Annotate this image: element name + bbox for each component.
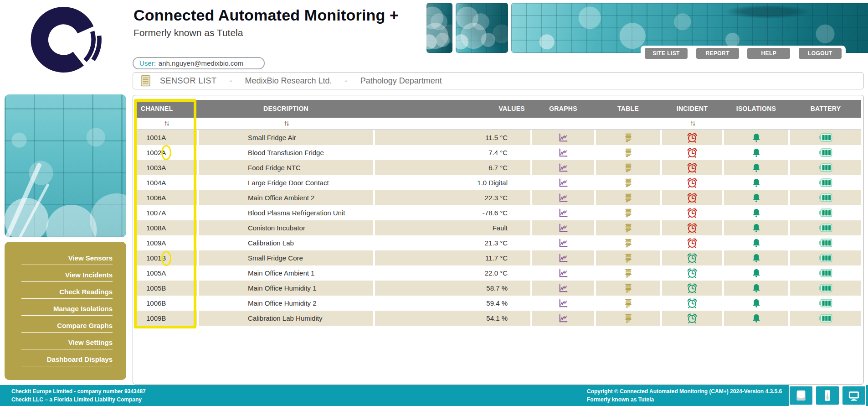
alarm-clock-icon[interactable] xyxy=(687,147,698,158)
line-chart-icon[interactable] xyxy=(558,283,568,293)
line-chart-icon[interactable] xyxy=(558,193,568,203)
nav-button-help[interactable]: HELP xyxy=(747,48,790,59)
line-chart-icon[interactable] xyxy=(558,133,568,143)
line-chart-icon[interactable] xyxy=(558,268,568,278)
alarm-clock-icon[interactable] xyxy=(687,283,698,294)
bell-icon[interactable] xyxy=(751,298,761,308)
alarm-clock-icon[interactable] xyxy=(687,238,698,249)
list-lines-icon[interactable] xyxy=(623,193,633,203)
alarm-clock-icon[interactable] xyxy=(687,298,698,309)
list-lines-icon[interactable] xyxy=(623,133,633,143)
value-cell: 11.5 °C xyxy=(375,130,530,145)
value-cell: 11.7 °C xyxy=(375,250,530,265)
alarm-clock-icon[interactable] xyxy=(687,208,698,219)
sidebar-menu: View Sensors View Incidents Check Readin… xyxy=(5,242,126,380)
sort-incident-button[interactable]: ↑↓ xyxy=(662,118,722,129)
banner-image-tile xyxy=(426,3,452,53)
alarm-clock-icon[interactable] xyxy=(687,223,698,234)
battery-icon[interactable] xyxy=(819,238,832,248)
footer-company-line2: Checkit LLC – a Florida Limited Liabilit… xyxy=(11,396,146,404)
mobile-icon[interactable] xyxy=(816,386,839,405)
column-header-values: VALUES xyxy=(375,100,530,118)
list-lines-icon[interactable] xyxy=(623,148,633,158)
battery-icon[interactable] xyxy=(819,178,832,187)
alarm-clock-icon[interactable] xyxy=(687,162,698,173)
battery-icon[interactable] xyxy=(819,193,832,203)
battery-icon[interactable] xyxy=(819,313,832,323)
bell-icon[interactable] xyxy=(751,238,761,248)
sidebar-item-manage-isolations[interactable]: Manage Isolations xyxy=(21,305,113,316)
sidebar-item-check-readings[interactable]: Check Readings xyxy=(21,288,113,299)
bell-icon[interactable] xyxy=(751,268,761,278)
column-header-incident: INCIDENT xyxy=(662,100,722,118)
alarm-clock-icon[interactable] xyxy=(687,132,698,143)
breadcrumb-department: Pathology Department xyxy=(360,76,442,86)
nav-button-site-list[interactable]: SITE LIST xyxy=(645,48,688,59)
line-chart-icon[interactable] xyxy=(558,238,568,248)
battery-icon[interactable] xyxy=(819,283,832,293)
alarm-clock-icon[interactable] xyxy=(687,268,698,279)
list-lines-icon[interactable] xyxy=(623,178,633,188)
sidebar-item-view-settings[interactable]: View Settings xyxy=(21,338,113,349)
battery-icon[interactable] xyxy=(819,253,832,263)
sidebar-item-dashboard-displays[interactable]: Dashboard Displays xyxy=(21,355,113,366)
list-lines-icon[interactable] xyxy=(623,163,633,173)
sidebar-item-compare-graphs[interactable]: Compare Graphs xyxy=(21,322,113,333)
column-header-description: DESCRIPTION xyxy=(199,100,373,118)
list-lines-icon[interactable] xyxy=(623,238,633,248)
bell-icon[interactable] xyxy=(751,193,761,203)
list-lines-icon[interactable] xyxy=(623,313,633,323)
bell-icon[interactable] xyxy=(751,283,761,293)
user-email: anh.nguyen@medixbio.com xyxy=(159,59,243,67)
nav-button-report[interactable]: REPORT xyxy=(696,48,739,59)
list-lines-icon[interactable] xyxy=(623,298,633,308)
battery-icon[interactable] xyxy=(819,268,832,278)
description-cell: Main Office Ambient 1 xyxy=(199,265,373,281)
table-row: 1009A Calibration Lab 21.3 °C xyxy=(135,235,861,250)
line-chart-icon[interactable] xyxy=(558,163,568,173)
bell-icon[interactable] xyxy=(751,223,761,233)
list-lines-icon[interactable] xyxy=(623,208,633,218)
line-chart-icon[interactable] xyxy=(558,148,568,158)
battery-icon[interactable] xyxy=(819,208,832,218)
line-chart-icon[interactable] xyxy=(558,178,568,188)
bell-icon[interactable] xyxy=(751,163,761,173)
alarm-clock-icon[interactable] xyxy=(687,253,698,264)
value-cell: 54.1 % xyxy=(375,311,530,326)
bell-icon[interactable] xyxy=(751,313,761,323)
battery-icon[interactable] xyxy=(819,298,832,308)
tablet-icon[interactable] xyxy=(790,386,812,405)
battery-icon[interactable] xyxy=(819,133,832,142)
value-cell: 21.3 °C xyxy=(375,235,530,250)
list-lines-icon[interactable] xyxy=(623,253,633,263)
line-chart-icon[interactable] xyxy=(558,208,568,218)
sort-description-button[interactable]: ↑↓ xyxy=(199,118,373,129)
list-lines-icon[interactable] xyxy=(623,268,633,278)
value-cell: 22.3 °C xyxy=(375,190,530,205)
line-chart-icon[interactable] xyxy=(558,298,568,308)
column-header-battery: BATTERY xyxy=(790,100,861,118)
bell-icon[interactable] xyxy=(751,208,761,218)
bell-icon[interactable] xyxy=(751,148,761,158)
nav-button-logout[interactable]: LOGOUT xyxy=(799,48,842,59)
list-lines-icon[interactable] xyxy=(623,283,633,293)
sidebar-item-view-sensors[interactable]: View Sensors xyxy=(21,254,113,265)
alarm-clock-icon[interactable] xyxy=(687,177,698,188)
line-chart-icon[interactable] xyxy=(558,313,568,323)
user-box: User: anh.nguyen@medixbio.com xyxy=(133,57,265,69)
line-chart-icon[interactable] xyxy=(558,223,568,233)
alarm-clock-icon[interactable] xyxy=(687,313,698,324)
sidebar-item-view-incidents[interactable]: View Incidents xyxy=(21,271,113,282)
description-cell: Blood Transfusion Fridge xyxy=(199,145,373,160)
line-chart-icon[interactable] xyxy=(558,253,568,263)
alarm-clock-icon[interactable] xyxy=(687,193,698,203)
bell-icon[interactable] xyxy=(751,178,761,188)
battery-icon[interactable] xyxy=(819,163,832,172)
list-lines-icon[interactable] xyxy=(623,223,633,233)
battery-icon[interactable] xyxy=(819,148,832,157)
battery-icon[interactable] xyxy=(819,223,832,233)
bell-icon[interactable] xyxy=(751,133,761,143)
bell-icon[interactable] xyxy=(751,253,761,263)
monitor-icon[interactable] xyxy=(842,386,865,405)
sort-channel-button[interactable]: ↑↓ xyxy=(135,118,197,129)
